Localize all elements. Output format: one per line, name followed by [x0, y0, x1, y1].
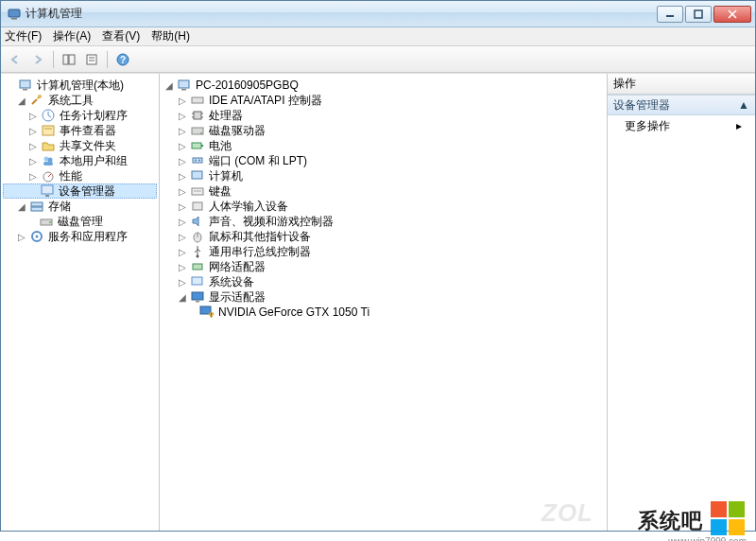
tree-node-task-scheduler[interactable]: ▷任务计划程序	[3, 108, 157, 123]
dev-node-computer[interactable]: ▷计算机	[162, 168, 605, 183]
expand-icon[interactable]: ▷	[177, 231, 188, 242]
actions-section[interactable]: 设备管理器 ▲	[608, 95, 755, 115]
expand-icon[interactable]: ▷	[177, 140, 188, 151]
expand-icon[interactable]: ▷	[177, 95, 188, 106]
cpu-icon	[190, 108, 205, 123]
help-button[interactable]: ?	[112, 49, 133, 70]
collapse-icon[interactable]: ◢	[16, 95, 27, 106]
menubar: 文件(F) 操作(A) 查看(V) 帮助(H)	[1, 27, 755, 46]
toolbar-separator	[107, 51, 108, 68]
svg-rect-23	[42, 185, 53, 194]
tree-node-disk-mgmt[interactable]: 磁盘管理	[3, 214, 157, 229]
console-tree-pane[interactable]: 计算机管理(本地) ◢ 系统工具 ▷任务计划程序	[1, 74, 160, 531]
dev-node-keyboard[interactable]: ▷键盘	[162, 183, 605, 199]
brand-url: www.win7999.com	[668, 536, 747, 541]
computer-management-window: 计算机管理 文件(F) 操作(A) 查看(V) 帮助(H) ?	[0, 0, 756, 532]
svg-rect-42	[201, 145, 203, 147]
menu-action[interactable]: 操作(A)	[53, 28, 91, 44]
close-button[interactable]	[713, 6, 751, 23]
collapse-icon[interactable]: ◢	[177, 291, 188, 303]
expand-icon[interactable]: ▷	[27, 110, 39, 121]
expand-icon[interactable]: ▷	[27, 155, 39, 166]
ms-logo-icon	[711, 501, 747, 535]
tree-label: 电池	[207, 138, 233, 154]
tree-node-system-tools[interactable]: ◢ 系统工具	[3, 93, 157, 108]
window-title: 计算机管理	[26, 6, 657, 22]
tree-label: 存储	[46, 199, 73, 215]
svg-rect-8	[87, 55, 96, 64]
tree-label: 本地用户和组	[58, 153, 129, 169]
tree-label: 磁盘驱动器	[207, 123, 267, 139]
tree-node-storage[interactable]: ◢ 存储	[3, 199, 157, 214]
brand-watermark: 系统吧	[638, 507, 703, 535]
menu-help[interactable]: 帮助(H)	[151, 28, 190, 44]
dev-node-network[interactable]: ▷网络适配器	[162, 259, 605, 274]
expand-icon[interactable]: ▷	[177, 246, 188, 257]
dev-node-cpu[interactable]: ▷处理器	[162, 108, 605, 123]
tree-label: 服务和应用程序	[46, 229, 129, 245]
svg-rect-3	[695, 10, 702, 18]
hid-icon	[190, 199, 205, 214]
dev-node-hid[interactable]: ▷人体学输入设备	[162, 199, 605, 214]
network-icon	[190, 259, 205, 274]
dev-node-ide[interactable]: ▷IDE ATA/ATAPI 控制器	[162, 93, 605, 108]
clock-icon	[41, 108, 56, 123]
tree-label: 鼠标和其他指针设备	[207, 229, 313, 245]
expand-icon[interactable]: ▷	[177, 170, 188, 182]
dev-node-ports[interactable]: ▷端口 (COM 和 LPT)	[162, 153, 605, 168]
expand-icon[interactable]: ▷	[177, 125, 188, 136]
shared-folder-icon	[41, 138, 56, 153]
tree-node-device-manager[interactable]: 设备管理器	[3, 183, 157, 199]
properties-button[interactable]	[81, 49, 102, 70]
expand-icon[interactable]: ▷	[16, 231, 27, 242]
collapse-icon[interactable]: ◢	[16, 201, 27, 212]
tree-node-local-users[interactable]: ▷本地用户和组	[3, 153, 157, 168]
dev-node-diskdrives[interactable]: ▷磁盘驱动器	[162, 123, 605, 138]
collapse-icon[interactable]: ◢	[163, 79, 175, 91]
dev-node-display[interactable]: ◢显示适配器	[162, 289, 605, 305]
dev-node-usb[interactable]: ▷通用串行总线控制器	[162, 244, 605, 259]
hdd-icon	[190, 123, 205, 138]
expand-icon[interactable]: ▷	[177, 276, 188, 288]
menu-view[interactable]: 查看(V)	[102, 28, 140, 44]
keyboard-icon	[190, 183, 205, 199]
expand-icon[interactable]: ▷	[177, 185, 188, 197]
menu-file[interactable]: 文件(F)	[5, 28, 42, 44]
computer-icon	[177, 78, 192, 93]
dev-node-mouse[interactable]: ▷鼠标和其他指针设备	[162, 229, 605, 244]
expand-icon[interactable]: ▷	[177, 155, 188, 166]
svg-rect-13	[20, 80, 30, 88]
tree-label: 声音、视频和游戏控制器	[207, 214, 335, 230]
dev-node-sysdev[interactable]: ▷系统设备	[162, 274, 605, 289]
expand-icon[interactable]: ▷	[177, 261, 188, 272]
tree-node-event-viewer[interactable]: ▷事件查看器	[3, 123, 157, 138]
expand-icon[interactable]: ▷	[27, 125, 39, 136]
actions-more[interactable]: 更多操作 ▸	[608, 115, 755, 136]
tree-node-shared-folders[interactable]: ▷共享文件夹	[3, 138, 157, 153]
expand-icon[interactable]: ▷	[177, 216, 188, 227]
titlebar[interactable]: 计算机管理	[1, 1, 755, 27]
svg-rect-14	[23, 89, 27, 91]
minimize-button[interactable]	[657, 6, 683, 23]
collapse-icon[interactable]	[5, 79, 16, 91]
actions-more-label: 更多操作	[625, 118, 670, 134]
collapse-arrow-icon: ▲	[738, 98, 749, 112]
expand-icon[interactable]: ▷	[27, 140, 39, 151]
expand-icon[interactable]: ▷	[177, 110, 188, 121]
expand-icon[interactable]: ▷	[177, 201, 188, 212]
tree-node-performance[interactable]: ▷性能	[3, 168, 157, 183]
device-tree-pane[interactable]: ◢ PC-20160905PGBQ ▷IDE ATA/ATAPI 控制器 ▷处理…	[160, 74, 608, 531]
svg-rect-26	[31, 207, 43, 211]
dev-node-sound[interactable]: ▷声音、视频和游戏控制器	[162, 214, 605, 229]
dev-node-gpu[interactable]: !NVIDIA GeForce GTX 1050 Ti	[162, 305, 605, 320]
svg-rect-43	[193, 158, 202, 163]
tree-label: 系统工具	[46, 93, 95, 109]
expand-icon[interactable]: ▷	[27, 170, 39, 182]
svg-rect-6	[63, 55, 68, 64]
dev-node-pc[interactable]: ◢ PC-20160905PGBQ	[162, 78, 605, 93]
maximize-button[interactable]	[685, 6, 712, 23]
show-hide-tree-button[interactable]	[59, 49, 79, 70]
tree-node-root[interactable]: 计算机管理(本地)	[3, 78, 157, 93]
dev-node-battery[interactable]: ▷电池	[162, 138, 605, 153]
tree-node-services-apps[interactable]: ▷ 服务和应用程序	[3, 229, 157, 244]
